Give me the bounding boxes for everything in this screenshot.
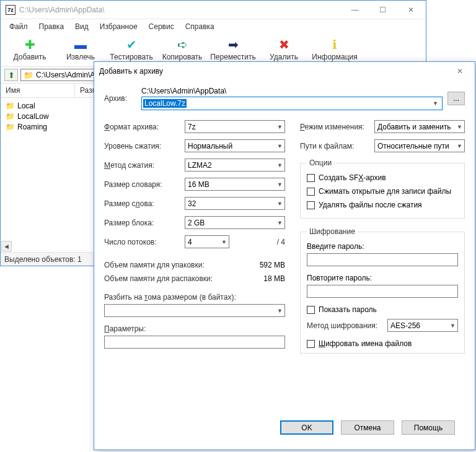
toolbar-icon: ▬	[72, 38, 89, 51]
toolbar-icon: ➪	[174, 38, 191, 51]
update-select[interactable]: Добавить и заменить▼	[374, 120, 465, 133]
level-select[interactable]: Нормальный▼	[185, 139, 285, 152]
threads-max: / 4	[277, 238, 285, 246]
toolbar-icon: ✖	[275, 38, 293, 51]
password-input[interactable]	[307, 253, 458, 266]
menu-help[interactable]: Справка	[180, 20, 219, 33]
toolbar-label: Удалить	[270, 53, 298, 61]
paths-select[interactable]: Относительные пути▼	[374, 139, 465, 152]
toolbar-информация[interactable]: ℹИнформация	[309, 37, 360, 63]
main-titlebar: 7z C:\Users\Admin\AppData\ — ☐ ✕	[1, 1, 426, 19]
toolbar-удалить[interactable]: ✖Удалить	[258, 37, 309, 63]
encrypt-names-label: Шифровать имена файлов	[319, 339, 412, 348]
params-label: Параметры:	[104, 324, 285, 333]
archive-row: Архив: C:\Users\Admin\AppData\ LocalLow.…	[104, 87, 465, 110]
enc-method-value: AES-256	[390, 321, 420, 330]
chevron-down-icon: ▼	[430, 100, 441, 106]
password2-input[interactable]	[307, 285, 458, 298]
toolbar-тестировать[interactable]: ✔Тестировать	[106, 37, 157, 63]
toolbar-label: Тестировать	[110, 53, 152, 61]
toolbar-icon: ℹ	[326, 38, 343, 51]
enc-method-label: Метод шифрования:	[307, 321, 387, 330]
toolbar-добавить[interactable]: ✚Добавить	[4, 37, 55, 63]
ok-label: OK	[301, 424, 312, 432]
method-select[interactable]: LZMA2▼	[185, 159, 285, 172]
menu-tools[interactable]: Сервис	[144, 20, 179, 33]
dialog-title: Добавить к архиву	[99, 67, 446, 76]
toolbar-label: Копировать	[162, 53, 203, 61]
params-input[interactable]	[104, 336, 285, 349]
col-name[interactable]: Имя	[1, 84, 75, 97]
encryption-legend: Шифрование	[307, 227, 358, 236]
right-column: Режим изменения:Добавить и заменить▼ Пут…	[300, 120, 465, 414]
shared-label: Сжимать открытые для записи файлы	[319, 187, 451, 196]
archive-directory: C:\Users\Admin\AppData\	[141, 87, 443, 95]
dialog-close-button[interactable]: ✕	[446, 63, 474, 80]
block-select[interactable]: 2 GB▼	[185, 216, 285, 229]
dialog-body: Архив: C:\Users\Admin\AppData\ LocalLow.…	[94, 80, 475, 450]
show-password-checkbox[interactable]	[307, 306, 315, 314]
block-label: Размер блока:	[104, 219, 185, 227]
chevron-down-icon: ▼	[277, 162, 283, 168]
word-select[interactable]: 32▼	[185, 197, 285, 210]
threads-value: 4	[188, 238, 192, 246]
help-button[interactable]: Помощь	[402, 420, 455, 435]
sfx-checkbox[interactable]	[307, 174, 315, 182]
toolbar-переместить[interactable]: ➡Переместить	[208, 37, 258, 63]
mem-unpack-label: Объем памяти для распаковки:	[104, 274, 248, 283]
cancel-button[interactable]: Отмена	[341, 420, 394, 435]
delete-checkbox[interactable]	[307, 201, 315, 209]
toolbar-icon: ✔	[123, 38, 140, 51]
shared-checkbox[interactable]	[307, 188, 315, 196]
format-select[interactable]: 7z▼	[185, 120, 285, 133]
menubar: Файл Правка Вид Избранное Сервис Справка	[1, 19, 426, 34]
password-label: Введите пароль:	[307, 242, 458, 251]
chevron-down-icon: ▼	[277, 201, 283, 207]
level-label: Уровень сжатия:	[104, 142, 185, 150]
item-label: Roaming	[17, 123, 47, 131]
block-value: 2 GB	[188, 219, 205, 227]
dict-label: Размер словаря:	[104, 180, 185, 189]
browse-label: ...	[453, 94, 459, 103]
ok-button[interactable]: OK	[280, 420, 333, 435]
update-label: Режим изменения:	[300, 123, 374, 131]
menu-edit[interactable]: Правка	[34, 20, 69, 33]
chevron-down-icon: ▼	[457, 143, 462, 149]
up-arrow-icon: ⬆	[8, 71, 15, 80]
folder-icon: 📁	[6, 123, 15, 131]
chevron-down-icon: ▼	[277, 143, 283, 149]
paths-value: Относительные пути	[377, 142, 449, 150]
archive-name-text: LocalLow.7z	[143, 99, 187, 108]
mem-pack-value: 592 MB	[248, 261, 285, 269]
word-label: Размер слова:	[104, 199, 185, 208]
toolbar-извлечь[interactable]: ▬Извлечь	[55, 37, 106, 63]
minimize-button[interactable]: —	[341, 1, 369, 19]
dict-select[interactable]: 16 MB▼	[185, 178, 285, 191]
archive-name-combo[interactable]: LocalLow.7z ▼	[141, 97, 443, 110]
update-value: Добавить и заменить	[377, 123, 451, 131]
chevron-down-icon: ▼	[277, 308, 283, 314]
toolbar-копировать[interactable]: ➪Копировать	[157, 37, 208, 63]
threads-label: Число потоков:	[104, 238, 185, 246]
level-value: Нормальный	[188, 142, 232, 150]
toolbar-label: Добавить	[13, 53, 46, 61]
close-button[interactable]: ✕	[397, 1, 425, 19]
menu-view[interactable]: Вид	[70, 20, 94, 33]
menu-favorites[interactable]: Избранное	[95, 20, 143, 33]
browse-button[interactable]: ...	[447, 92, 465, 105]
folder-icon: 📁	[6, 112, 15, 121]
encrypt-names-checkbox[interactable]	[307, 340, 315, 348]
scroll-left-button[interactable]: ◀	[1, 241, 12, 251]
help-label: Помощь	[414, 424, 443, 432]
maximize-button[interactable]: ☐	[369, 1, 397, 19]
item-label: Local	[17, 102, 35, 110]
toolbar-label: Информация	[312, 53, 357, 61]
volume-label: Разбить на тома размером (в байтах):	[104, 293, 285, 302]
up-button[interactable]: ⬆	[4, 69, 18, 81]
volume-select[interactable]: ▼	[104, 304, 285, 317]
password2-label: Повторите пароль:	[307, 274, 458, 282]
enc-method-select[interactable]: AES-256▼	[387, 319, 458, 332]
threads-select[interactable]: 4▼	[185, 235, 229, 248]
toolbar-label: Переместить	[210, 53, 256, 61]
menu-file[interactable]: Файл	[4, 20, 33, 33]
